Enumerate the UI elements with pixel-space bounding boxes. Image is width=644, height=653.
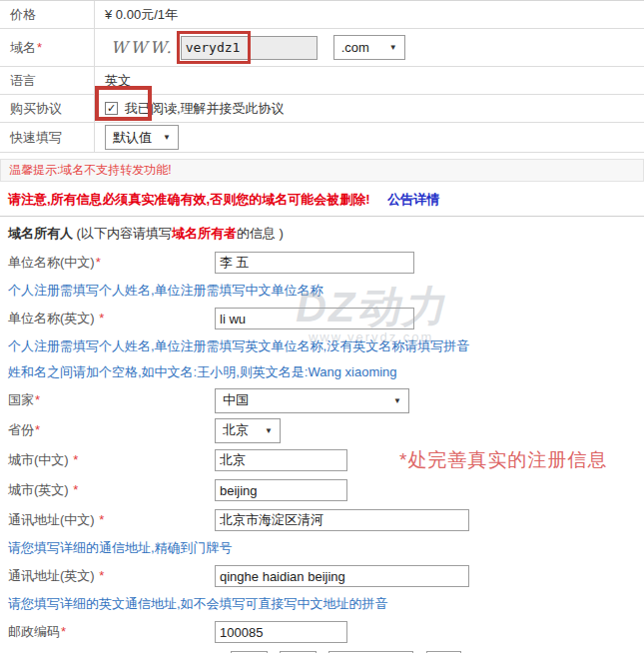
language-row: 语言 英文 [0, 67, 644, 95]
org-name-cn-input[interactable] [215, 252, 414, 274]
city-cn-label: 城市(中文) * [8, 451, 215, 469]
required-star: * [61, 624, 66, 639]
province-row: 省份* 北京 ▼ [0, 415, 644, 445]
required-star: * [37, 40, 42, 55]
address-cn-input[interactable] [215, 509, 469, 531]
org-name-en-input[interactable] [215, 308, 414, 329]
red-annotation: *处完善真实的注册信息 [399, 447, 607, 473]
required-star: * [99, 311, 104, 326]
required-star: * [35, 392, 40, 407]
address-en-hint: 请您填写详细的英文通信地址,如不会填写可直接写中文地址的拼音 [0, 591, 644, 617]
www-prefix: WWW. [111, 38, 175, 57]
section-highlight: 域名所有者 [172, 226, 237, 241]
price-value: ¥ 0.00元/1年 [95, 6, 644, 24]
chevron-down-icon: ▼ [393, 396, 401, 405]
address-cn-row: 通讯地址(中文) * [0, 505, 644, 535]
chevron-down-icon: ▼ [265, 426, 273, 435]
province-value: 北京 [223, 421, 249, 439]
order-summary-table: 价格 ¥ 0.00元/1年 域名* WWW. .com ▼ 语言 英文 购买协议… [0, 0, 644, 153]
tld-value: .com [341, 40, 369, 55]
city-cn-row: 城市(中文) * *处完善真实的注册信息 [0, 445, 644, 475]
zip-label: 邮政编码* [8, 623, 215, 641]
city-en-input[interactable] [215, 479, 347, 501]
agreement-row: 购买协议 ✓ 我已阅读,理解并接受此协议 [0, 95, 644, 123]
address-cn-hint: 请您填写详细的通信地址,精确到门牌号 [0, 535, 644, 561]
required-star: * [35, 422, 40, 437]
required-star: * [73, 452, 78, 467]
address-cn-label: 通讯地址(中文) * [8, 511, 215, 529]
org-name-en-label: 单位名称(英文) * [8, 310, 215, 327]
org-name-en-row: 单位名称(英文) * [0, 304, 644, 333]
agreement-label: 购买协议 [0, 95, 95, 122]
org-name-cn-row: 单位名称(中文)* [0, 248, 644, 278]
tld-select[interactable]: .com ▼ [333, 35, 405, 60]
warning-notice: 请注意,所有信息必须真实准确有效,否则您的域名可能会被删除! 公告详情 [0, 182, 644, 216]
domain-label: 域名* [0, 29, 95, 66]
agreement-text: 我已阅读,理解并接受此协议 [125, 100, 285, 118]
chevron-down-icon: ▼ [389, 43, 397, 52]
province-label: 省份* [8, 421, 215, 439]
country-row: 国家* 中国 ▼ [0, 385, 644, 415]
org-name-en-hint2: 姓和名之间请加个空格,如中文名:王小明,则英文名是:Wang xiaoming [0, 359, 644, 385]
quickfill-row: 快速填写 默认值 ▼ [0, 123, 644, 153]
city-en-label: 城市(英文) * [8, 481, 215, 499]
agreement-checkbox[interactable]: ✓ [105, 102, 118, 115]
chevron-down-icon: ▼ [163, 133, 171, 142]
required-star: * [96, 255, 101, 270]
city-cn-input[interactable] [215, 449, 347, 471]
required-star: * [99, 512, 104, 527]
province-select[interactable]: 北京 ▼ [215, 418, 281, 443]
price-label: 价格 [0, 1, 95, 28]
announcement-link[interactable]: 公告详情 [387, 192, 439, 207]
country-label: 国家* [8, 391, 215, 409]
warning-text: 请注意,所有信息必须真实准确有效,否则您的域名可能会被删除! [8, 192, 370, 207]
org-name-cn-hint: 个人注册需填写个人姓名,单位注册需填写中文单位名称 [0, 278, 644, 304]
zip-input[interactable] [215, 621, 347, 643]
address-en-input[interactable] [215, 565, 469, 587]
price-row: 价格 ¥ 0.00元/1年 [0, 1, 644, 29]
owner-section-header: 域名所有人 (以下内容请填写域名所有者的信息 ) [0, 216, 644, 248]
required-star: * [99, 568, 104, 583]
language-value: 英文 [95, 72, 644, 90]
phone-row: 电话* + - - - [0, 647, 644, 653]
domain-row: 域名* WWW. .com ▼ [0, 29, 644, 67]
quickfill-select[interactable]: 默认值 ▼ [105, 125, 179, 150]
org-name-cn-label: 单位名称(中文)* [8, 254, 215, 272]
language-label: 语言 [0, 67, 95, 94]
country-select[interactable]: 中国 ▼ [215, 388, 409, 413]
quickfill-value: 默认值 [113, 129, 152, 147]
required-star: * [73, 482, 78, 497]
city-en-row: 城市(英文) * [0, 475, 644, 505]
org-name-en-hint1: 个人注册需填写个人姓名,单位注册需填写英文单位名称,没有英文名称请填写拼音 [0, 333, 644, 359]
address-en-label: 通讯地址(英文) * [8, 567, 215, 585]
zip-row: 邮政编码* [0, 617, 644, 647]
quickfill-label: 快速填写 [0, 123, 95, 152]
domain-input[interactable] [181, 36, 318, 60]
section-title: 域名所有人 [8, 226, 73, 241]
tip-notice: 温馨提示:域名不支持转发功能! [0, 159, 644, 182]
country-value: 中国 [223, 391, 249, 409]
address-en-row: 通讯地址(英文) * [0, 561, 644, 591]
